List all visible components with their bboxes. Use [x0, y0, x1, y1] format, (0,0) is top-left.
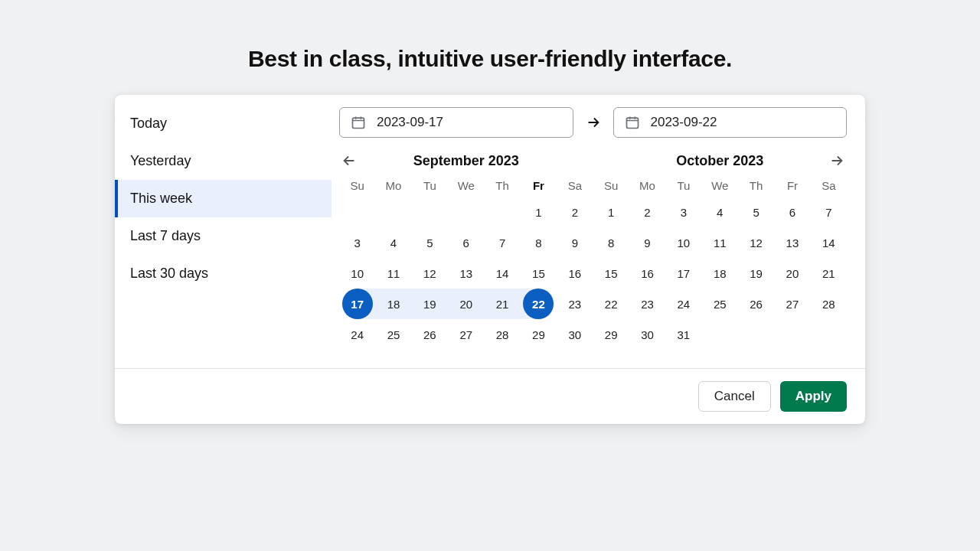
- calendar-day[interactable]: 23: [560, 289, 590, 319]
- calendar-day[interactable]: 9: [632, 227, 663, 258]
- apply-button[interactable]: Apply: [780, 381, 847, 412]
- calendar-day[interactable]: 28: [813, 289, 844, 319]
- calendar-day[interactable]: 30: [560, 319, 590, 350]
- calendar-day[interactable]: 2: [632, 197, 663, 227]
- end-date-value: 2023-09-22: [651, 115, 717, 130]
- weekday-label: Su: [339, 179, 375, 192]
- calendar-day[interactable]: 16: [560, 258, 590, 289]
- calendar-day[interactable]: 10: [342, 258, 373, 289]
- weekday-label: Sa: [557, 179, 593, 192]
- calendar-day[interactable]: 13: [451, 258, 482, 289]
- calendar-day[interactable]: 2: [560, 197, 590, 227]
- calendar-day[interactable]: 6: [777, 197, 808, 227]
- dialog-footer: Cancel Apply: [115, 368, 865, 424]
- end-date-input[interactable]: 2023-09-22: [613, 107, 848, 138]
- month-title: September 2023: [413, 153, 519, 169]
- calendar-day[interactable]: 12: [741, 227, 772, 258]
- month-1: October 2023SuMoTuWeThFrSa12345678910111…: [593, 147, 848, 350]
- preset-sidebar: TodayYesterdayThis weekLast 7 daysLast 3…: [115, 95, 332, 368]
- calendar-icon: [351, 115, 366, 130]
- calendar-icon: [625, 115, 640, 130]
- sidebar-item-this-week[interactable]: This week: [115, 180, 332, 217]
- calendar-day[interactable]: 12: [414, 258, 445, 289]
- svg-rect-1: [626, 118, 638, 128]
- next-month-button[interactable]: [825, 149, 848, 172]
- weekday-label: We: [702, 179, 738, 192]
- calendar-day[interactable]: 17: [668, 258, 699, 289]
- calendar-day[interactable]: 26: [414, 319, 445, 350]
- calendar-day[interactable]: 8: [523, 227, 554, 258]
- calendar-day[interactable]: 13: [777, 227, 808, 258]
- calendar-day[interactable]: 10: [668, 227, 699, 258]
- calendar-day[interactable]: 30: [632, 319, 663, 350]
- calendar-day[interactable]: 20: [451, 289, 482, 319]
- calendar-day[interactable]: 23: [632, 289, 663, 319]
- calendar-day[interactable]: 18: [704, 258, 735, 289]
- calendar-day[interactable]: 20: [777, 258, 808, 289]
- sidebar-item-last-7-days[interactable]: Last 7 days: [115, 217, 332, 255]
- calendar-day[interactable]: 21: [813, 258, 844, 289]
- cancel-button[interactable]: Cancel: [698, 381, 771, 412]
- calendar-day[interactable]: 8: [596, 227, 626, 258]
- weekday-label: Mo: [375, 179, 411, 192]
- calendar-day[interactable]: 27: [451, 319, 482, 350]
- page-headline: Best in class, intuitive user-friendly i…: [0, 46, 980, 72]
- calendar-day[interactable]: 4: [704, 197, 735, 227]
- sidebar-item-yesterday[interactable]: Yesterday: [115, 142, 332, 180]
- calendar-day[interactable]: 22: [523, 289, 554, 319]
- calendar-day[interactable]: 18: [378, 289, 409, 319]
- calendar-day[interactable]: 28: [487, 319, 518, 350]
- calendar-day[interactable]: 3: [668, 197, 699, 227]
- month-title: October 2023: [676, 153, 763, 169]
- sidebar-item-last-30-days[interactable]: Last 30 days: [115, 255, 332, 292]
- calendar-day[interactable]: 1: [523, 197, 554, 227]
- sidebar-item-today[interactable]: Today: [115, 105, 332, 142]
- calendar-day[interactable]: 7: [487, 227, 518, 258]
- weekday-label: Sa: [811, 179, 847, 192]
- calendar-day[interactable]: 14: [487, 258, 518, 289]
- weekday-label: Fr: [521, 179, 557, 192]
- calendar-day[interactable]: 25: [378, 319, 409, 350]
- calendar-day[interactable]: 15: [523, 258, 554, 289]
- weekday-label: Tu: [412, 179, 448, 192]
- calendar-day[interactable]: 6: [451, 227, 482, 258]
- calendar-day[interactable]: 24: [668, 289, 699, 319]
- calendar-day[interactable]: 24: [342, 319, 373, 350]
- calendar-day[interactable]: 9: [560, 227, 590, 258]
- calendar-day[interactable]: 31: [668, 319, 699, 350]
- calendar-day[interactable]: 7: [813, 197, 844, 227]
- calendar-day[interactable]: 15: [596, 258, 626, 289]
- calendar-day[interactable]: 4: [378, 227, 409, 258]
- date-range-picker: TodayYesterdayThis weekLast 7 daysLast 3…: [115, 95, 865, 424]
- calendar-day[interactable]: 22: [596, 289, 626, 319]
- arrow-right-icon: [584, 113, 603, 132]
- calendar-day[interactable]: 11: [704, 227, 735, 258]
- calendar-day[interactable]: 29: [523, 319, 554, 350]
- calendar-day[interactable]: 25: [704, 289, 735, 319]
- calendar-main: 2023-09-17 2023-09-22 September 2023SuMo…: [332, 95, 865, 368]
- calendar-day[interactable]: 19: [414, 289, 445, 319]
- calendar-day[interactable]: 19: [741, 258, 772, 289]
- prev-month-button[interactable]: [338, 149, 361, 172]
- calendar-day[interactable]: 21: [487, 289, 518, 319]
- calendar-day[interactable]: 3: [342, 227, 373, 258]
- calendar-day[interactable]: 16: [632, 258, 663, 289]
- weekday-label: Th: [484, 179, 520, 192]
- calendar-day[interactable]: 29: [596, 319, 626, 350]
- calendar-day[interactable]: 14: [813, 227, 844, 258]
- calendar-day[interactable]: 5: [741, 197, 772, 227]
- start-date-input[interactable]: 2023-09-17: [339, 107, 573, 138]
- weekday-label: Th: [738, 179, 774, 192]
- weekday-label: Su: [593, 179, 629, 192]
- calendar-day[interactable]: 11: [378, 258, 409, 289]
- calendar-day[interactable]: 5: [414, 227, 445, 258]
- start-date-value: 2023-09-17: [377, 115, 443, 130]
- svg-rect-0: [353, 118, 364, 128]
- calendar-day[interactable]: 27: [777, 289, 808, 319]
- calendar-day[interactable]: 1: [596, 197, 626, 227]
- calendar-day[interactable]: 17: [342, 289, 373, 319]
- calendar-day[interactable]: 26: [741, 289, 772, 319]
- weekday-label: Tu: [665, 179, 701, 192]
- weekday-label: Mo: [629, 179, 665, 192]
- weekday-label: We: [448, 179, 484, 192]
